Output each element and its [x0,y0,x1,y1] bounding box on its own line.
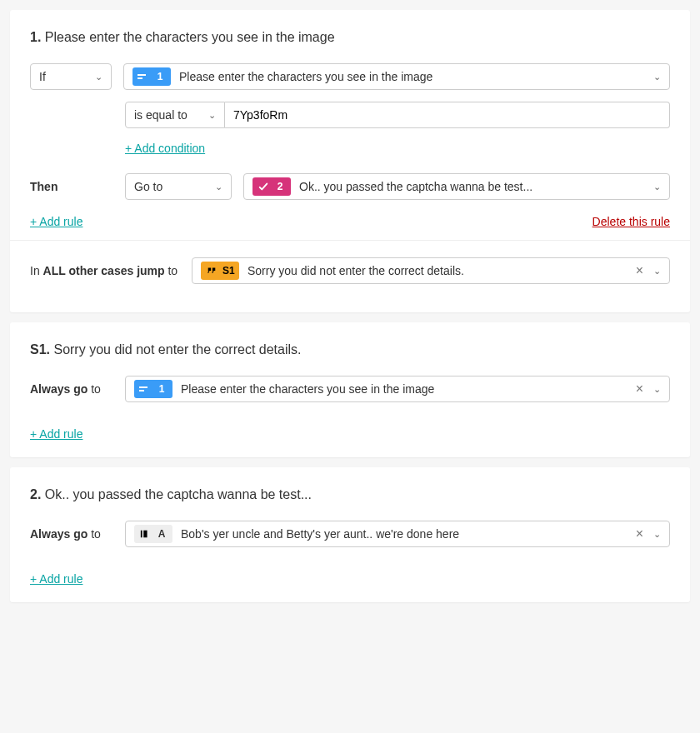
rule-title: S1. Sorry you did not enter the correct … [30,342,670,357]
goto-question-text: Ok.. you passed the captcha wanna be tes… [299,180,645,193]
then-label: Then [30,180,113,193]
quote-icon [206,265,218,277]
add-condition-link[interactable]: + Add condition [125,142,205,155]
svg-rect-3 [139,390,144,391]
if-select[interactable]: If ⌄ [30,63,112,90]
rule-panel-1: 1. Please enter the characters you see i… [10,10,690,312]
rule-title-text: Ok.. you passed the captcha wanna be tes… [45,487,312,501]
end-icon [139,528,151,540]
question-select-text: Please enter the characters you see in t… [179,70,645,83]
statement-badge: S1 [201,262,239,280]
question-badge: 1 [132,67,171,86]
delete-rule-link[interactable]: Delete this rule [592,215,670,228]
rule-panel-s1: S1. Sorry you did not enter the correct … [10,322,690,457]
always-question-text: Please enter the characters you see in t… [181,382,626,396]
svg-rect-1 [138,77,142,79]
svg-rect-2 [139,386,148,388]
chevron-down-icon: ⌄ [653,72,661,82]
always-question-text: Bob's yer uncle and Betty's yer aunt.. w… [181,527,626,541]
chevron-down-icon: ⌄ [653,267,661,276]
end-badge: A [134,525,172,543]
short-text-icon [138,71,149,82]
divider [10,240,690,241]
chevron-down-icon: ⌄ [653,182,661,192]
clear-icon[interactable]: × [634,526,645,541]
chevron-down-icon: ⌄ [95,72,102,82]
goto-select[interactable]: Go to ⌄ [125,173,232,200]
clear-icon[interactable]: × [634,381,645,396]
rule-title: 2. Ok.. you passed the captcha wanna be … [30,487,670,502]
svg-rect-0 [138,74,146,76]
else-label: In ALL other cases jump to [30,264,180,277]
rule-number: S1. [30,342,50,357]
question-badge: 1 [134,380,172,398]
chevron-down-icon: ⌄ [208,111,216,120]
else-question-select[interactable]: S1 Sorry you did not enter the correct d… [192,257,670,284]
always-question-select[interactable]: 1 Please enter the characters you see in… [125,376,670,402]
rule-number: 2. [30,487,41,501]
add-rule-link[interactable]: + Add rule [30,215,82,228]
clear-icon[interactable]: × [634,263,645,278]
goto-question-select[interactable]: 2 Ok.. you passed the captcha wanna be t… [243,173,670,200]
always-question-select[interactable]: A Bob's yer uncle and Betty's yer aunt..… [125,521,670,547]
svg-rect-4 [141,531,142,538]
operator-label: is equal to [134,108,188,122]
if-label: If [39,70,46,83]
rule-panel-2: 2. Ok.. you passed the captcha wanna be … [10,467,690,602]
add-rule-link[interactable]: + Add rule [30,427,82,441]
check-icon [258,181,269,192]
question-badge: 2 [252,177,291,196]
always-label: Always go to [30,527,113,541]
else-question-text: Sorry you did not enter the correct deta… [248,264,626,277]
add-rule-link[interactable]: + Add rule [30,572,82,586]
short-text-icon [139,383,151,395]
rule-title: 1. Please enter the characters you see i… [30,30,670,45]
goto-label: Go to [134,180,162,193]
operator-select[interactable]: is equal to ⌄ [125,102,225,128]
svg-rect-5 [143,531,147,538]
condition-pair: is equal to ⌄ [125,102,670,128]
rule-title-text: Sorry you did not enter the correct deta… [53,342,301,357]
chevron-down-icon: ⌄ [653,385,661,394]
chevron-down-icon: ⌄ [653,530,661,539]
rule-number: 1. [30,30,41,44]
rule-title-text: Please enter the characters you see in t… [45,30,335,44]
always-label: Always go to [30,382,113,396]
chevron-down-icon: ⌄ [215,182,222,192]
question-select[interactable]: 1 Please enter the characters you see in… [123,63,670,90]
condition-value-input[interactable] [225,102,670,128]
